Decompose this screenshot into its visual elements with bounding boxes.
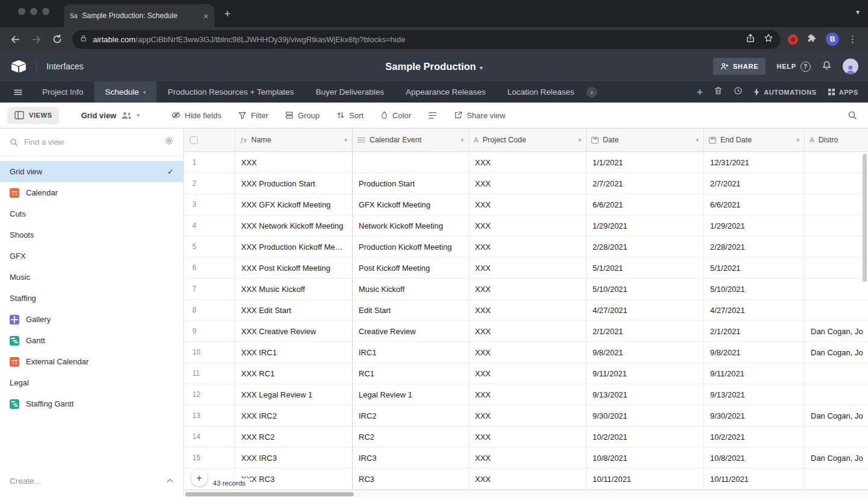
automations-button[interactable]: AUTOMATIONS [753,88,816,96]
current-view-button[interactable]: Grid view ▾ [81,111,139,120]
cell-date[interactable]: 9/13/2021 [587,384,704,405]
cell-project-code[interactable]: XXX [469,363,587,384]
cell-name[interactable]: XXX RC1 [235,363,353,384]
cell-end-date[interactable]: 10/2/2021 [704,426,805,447]
group-button[interactable]: Group [285,111,319,120]
cell-distro[interactable]: Dan Cogan, Jo [805,405,868,426]
cell-date[interactable]: 2/28/2021 [587,236,704,257]
cell-calendar-event[interactable]: Edit Start [353,300,469,320]
sidebar-view-item[interactable]: Cuts ✓ [0,203,183,224]
cell-calendar-event[interactable]: IRC1 [353,342,469,362]
cell-end-date[interactable]: 10/8/2021 [704,448,805,468]
cell-name[interactable]: XXX GFX Kickoff Meeting [235,194,353,215]
lock-icon[interactable] [80,34,87,45]
cell-calendar-event[interactable]: Creative Review [353,321,469,341]
vertical-scrollbar-thumb[interactable] [863,154,867,282]
row-number-cell[interactable]: 6 [184,258,235,278]
cell-project-code[interactable]: XXX [469,448,587,468]
cell-date[interactable]: 1/1/2021 [587,152,704,173]
sort-button[interactable]: Sort [336,111,363,120]
cell-name[interactable]: XXX [235,152,353,173]
zoom-window-button[interactable] [42,8,49,15]
cell-date[interactable]: 6/6/2021 [587,194,704,215]
cell-end-date[interactable]: 9/8/2021 [704,342,805,362]
bookmark-star-icon[interactable] [764,33,773,45]
cell-calendar-event[interactable]: IRC3 [353,448,469,468]
row-number-cell[interactable]: 11 [184,363,235,384]
column-menu-caret-icon[interactable]: ▾ [344,137,347,143]
cell-date[interactable]: 9/8/2021 [587,342,704,362]
trash-icon[interactable] [714,86,723,98]
table-row[interactable]: 3 XXX GFX Kickoff Meeting GFX Kickoff Me… [184,194,868,215]
tab-close-icon[interactable]: × [203,11,209,21]
view-settings-gear-icon[interactable] [165,136,174,148]
cell-distro[interactable]: Dan Cogan, Jo [805,448,868,468]
cell-end-date[interactable]: 4/27/2021 [704,300,805,320]
sidebar-view-item[interactable]: Staffing ✓ [0,288,183,309]
table-row[interactable]: 14 XXX RC2 RC2 XXX 10/2/2021 10/2/2021 [184,426,868,448]
sidebar-view-item[interactable]: External Calendar ✓ [0,351,183,372]
cell-name[interactable]: XXX Production Start [235,173,353,194]
find-view-input[interactable] [24,138,159,147]
horizontal-scrollbar-thumb[interactable] [185,492,354,496]
close-window-button[interactable] [18,8,25,15]
cell-project-code[interactable]: XXX [469,215,587,236]
cell-project-code[interactable]: XXX [469,236,587,257]
cell-project-code[interactable]: XXX [469,258,587,278]
cell-end-date[interactable]: 2/1/2021 [704,321,805,341]
new-tab-button[interactable]: + [224,8,231,19]
search-icon[interactable] [848,110,857,120]
share-button[interactable]: SHARE [713,58,766,75]
row-number-cell[interactable]: 1 [184,152,235,173]
cell-distro[interactable] [805,236,868,257]
cell-distro[interactable] [805,469,868,489]
cell-name[interactable]: XXX Edit Start [235,300,353,320]
cell-end-date[interactable]: 10/11/2021 [704,469,805,489]
cell-date[interactable]: 4/27/2021 [587,300,704,320]
cell-end-date[interactable]: 5/10/2021 [704,279,805,299]
cell-distro[interactable] [805,384,868,405]
add-record-button[interactable]: + [191,470,207,486]
cell-calendar-event[interactable]: Music Kickoff [353,279,469,299]
table-tab[interactable]: Location Releases ▾ [497,81,585,103]
cell-distro[interactable] [805,300,868,320]
cell-project-code[interactable]: XXX [469,426,587,447]
cell-calendar-event[interactable]: GFX Kickoff Meeting [353,194,469,215]
cell-calendar-event[interactable]: Production Kickoff Meeting [353,236,469,257]
table-row[interactable]: 15 XXX IRC3 IRC3 XXX 10/8/2021 10/8/2021… [184,448,868,469]
cell-project-code[interactable]: XXX [469,152,587,173]
table-tab[interactable]: Appearance Releases ▾ [395,81,497,103]
cell-project-code[interactable]: XXX [469,321,587,341]
table-tab[interactable]: Project Info ▾ [31,81,94,103]
table-row[interactable]: 4 XXX Network Kickoff Meeting Network Ki… [184,215,868,236]
select-all-cell[interactable] [184,128,235,151]
cell-date[interactable]: 1/29/2021 [587,215,704,236]
cell-date[interactable]: 10/2/2021 [587,426,704,447]
scroll-tables-right-icon[interactable]: › [587,87,597,98]
window-controls[interactable] [18,8,49,15]
row-number-cell[interactable]: 9 [184,321,235,341]
cell-distro[interactable] [805,152,868,173]
views-toggle-button[interactable]: VIEWS [7,107,59,124]
table-row[interactable]: 7 XXX Music Kickoff Music Kickoff XXX 5/… [184,279,868,300]
airtable-logo[interactable] [11,60,27,73]
cell-project-code[interactable]: XXX [469,300,587,320]
column-header[interactable]: End Date ▾ [704,128,805,151]
horizontal-scrollbar[interactable] [184,490,868,497]
cell-date[interactable]: 10/8/2021 [587,448,704,468]
column-menu-caret-icon[interactable]: ▾ [578,137,581,143]
table-row[interactable]: 1 XXX XXX 1/1/2021 12/31/2021 [184,152,868,173]
cell-project-code[interactable]: XXX [469,194,587,215]
sidebar-view-item[interactable]: Grid view ✓ [0,161,183,182]
cell-calendar-event[interactable]: Post Kickoff Meeting [353,258,469,278]
table-row[interactable]: 16 XXX RC3 RC3 XXX 10/11/2021 10/11/2021 [184,469,868,490]
browser-profile-avatar[interactable]: B [826,33,839,46]
cell-project-code[interactable]: XXX [469,384,587,405]
row-number-cell[interactable]: 4 [184,215,235,236]
cell-project-code[interactable]: XXX [469,405,587,426]
table-row[interactable]: 12 XXX Legal Review 1 Legal Review 1 XXX… [184,384,868,405]
cell-name[interactable]: XXX RC2 [235,426,353,447]
sidebar-view-item[interactable]: Gantt ✓ [0,330,183,351]
browser-tab[interactable]: Sa Sample Production: Schedule × [64,4,215,27]
cell-date[interactable]: 9/30/2021 [587,405,704,426]
